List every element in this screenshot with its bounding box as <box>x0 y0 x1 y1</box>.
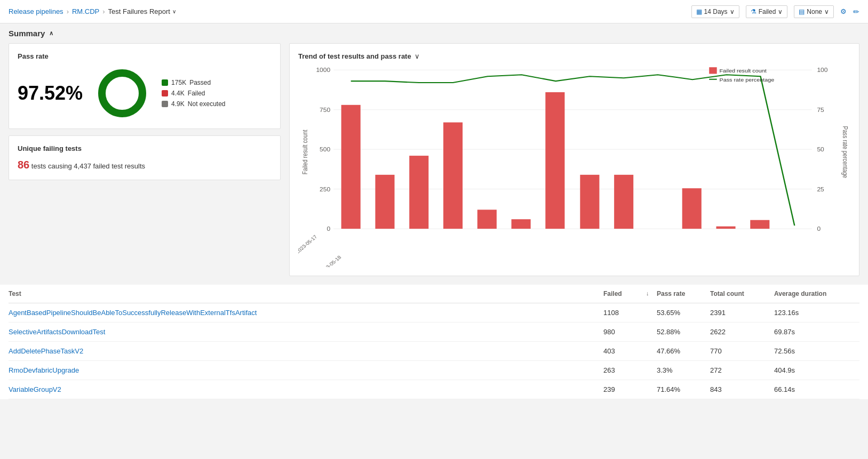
legend-failed-value: 4.4K <box>171 90 185 97</box>
chart-legend-bar-icon <box>709 67 716 74</box>
test-name-1[interactable]: AgentBasedPipelineShouldBeAbleToSuccessf… <box>9 309 603 317</box>
total-5: 843 <box>710 385 774 393</box>
bar-0 <box>341 105 361 229</box>
col-header-avg-duration: Average duration <box>774 290 859 297</box>
col-header-test: Test <box>9 290 603 297</box>
status-chevron-icon: ∨ <box>778 8 783 15</box>
svg-point-3 <box>106 77 138 109</box>
main-filter-icon[interactable]: ⚙ <box>840 7 847 15</box>
svg-text:1000: 1000 <box>316 67 330 73</box>
chart-area: 1000 750 500 250 0 Failed result count 1… <box>298 65 850 267</box>
svg-text:Pass rate percentage: Pass rate percentage <box>841 126 848 178</box>
svg-text:0: 0 <box>817 226 821 232</box>
legend-dot-passed <box>162 79 168 86</box>
chart-legend-line-label: Pass rate percentage <box>719 77 774 83</box>
bar-6 <box>545 92 564 229</box>
table-row: AddDeletePhaseTaskV2 403 47.66% 770 72.5… <box>9 342 859 361</box>
svg-text:250: 250 <box>320 187 330 192</box>
group-filter-button[interactable]: ▤ None ∨ <box>794 5 834 18</box>
pass-rate-2: 52.88% <box>657 328 710 336</box>
breadcrumb-rm-cdp[interactable]: RM.CDP <box>72 7 99 15</box>
breadcrumb: Release pipelines › RM.CDP › Test Failur… <box>9 7 176 15</box>
filter-beaker-icon: ⚗ <box>751 8 756 15</box>
trend-dropdown-icon[interactable]: ∨ <box>415 52 420 60</box>
table-section: Test Failed ↓ Pass rate Total count Aver… <box>0 285 868 399</box>
legend-passed-value: 175K <box>171 79 186 86</box>
test-name-4[interactable]: RmoDevfabricUpgrade <box>9 366 603 374</box>
test-name-2[interactable]: SelectiveArtifactsDownloadTest <box>9 328 603 336</box>
failed-3: 403 <box>603 347 646 355</box>
trend-title: Trend of test results and pass rate <box>298 52 411 60</box>
breadcrumb-sep-2: › <box>102 7 105 15</box>
legend-passed-label: Passed <box>189 79 211 86</box>
bar-5 <box>512 219 531 229</box>
table-row: AgentBasedPipelineShouldBeAbleToSuccessf… <box>9 303 859 323</box>
svg-text:100: 100 <box>817 67 827 73</box>
group-icon: ▤ <box>799 8 805 15</box>
total-4: 272 <box>710 366 774 374</box>
summary-label: Summary <box>9 29 45 38</box>
svg-text:500: 500 <box>320 147 330 152</box>
pass-rate-1: 53.65% <box>657 309 710 317</box>
breadcrumb-sep-1: › <box>67 7 69 15</box>
pass-rate-3: 47.66% <box>657 347 710 355</box>
pass-rate-title: Pass rate <box>18 52 272 60</box>
group-filter-label: None <box>807 8 822 15</box>
total-3: 770 <box>710 347 774 355</box>
svg-text:75: 75 <box>817 107 824 113</box>
days-filter-button[interactable]: ▦ 14 Days ∨ <box>691 5 739 18</box>
failing-count: 86 <box>18 159 29 171</box>
avg-dur-2: 69.87s <box>774 328 859 336</box>
table-row: RmoDevfabricUpgrade 263 3.3% 272 404.9s <box>9 361 859 380</box>
bar-1 <box>375 175 394 229</box>
avg-dur-3: 72.56s <box>774 347 859 355</box>
trend-card: Trend of test results and pass rate ∨ 10… <box>289 43 859 276</box>
legend-not-executed-value: 4.9K <box>171 100 185 108</box>
failing-description: tests causing 4,437 failed test results <box>29 162 145 170</box>
svg-text:2023-05-17: 2023-05-17 <box>298 234 318 255</box>
summary-collapse-icon: ∧ <box>49 30 53 37</box>
breadcrumb-current[interactable]: Test Failures Report ∨ <box>108 7 176 15</box>
bar-7 <box>580 175 599 229</box>
avg-dur-4: 404.9s <box>774 366 859 374</box>
pass-rate-legend: 175K Passed 4.4K Failed 4.9K Not execute… <box>162 79 225 108</box>
legend-not-executed-label: Not executed <box>188 100 226 108</box>
failed-1: 1108 <box>603 309 646 317</box>
legend-passed: 175K Passed <box>162 79 225 86</box>
legend-failed-label: Failed <box>188 90 205 97</box>
svg-text:50: 50 <box>817 147 824 152</box>
bar-4 <box>477 210 497 229</box>
edit-icon[interactable]: ✏ <box>853 7 859 16</box>
trend-chart-svg: 1000 750 500 250 0 Failed result count 1… <box>298 65 850 267</box>
svg-text:0: 0 <box>327 226 330 232</box>
table-row: VariableGroupV2 239 71.64% 843 66.14s <box>9 380 859 399</box>
bar-2 <box>409 156 428 229</box>
col-header-failed[interactable]: Failed <box>603 290 646 297</box>
col-header-pass-rate: Pass rate <box>657 290 710 297</box>
unique-failing-content: 86 tests causing 4,437 failed test resul… <box>18 159 272 171</box>
sort-icon: ↓ <box>646 290 657 297</box>
test-name-5[interactable]: VariableGroupV2 <box>9 385 603 393</box>
table-header-row: Test Failed ↓ Pass rate Total count Aver… <box>9 285 859 303</box>
avg-dur-5: 66.14s <box>774 385 859 393</box>
svg-text:Failed result count: Failed result count <box>301 130 308 175</box>
summary-header[interactable]: Summary ∧ <box>0 23 868 43</box>
status-filter-label: Failed <box>759 8 776 15</box>
failed-5: 239 <box>603 385 646 393</box>
legend-not-executed: 4.9K Not executed <box>162 100 225 108</box>
breadcrumb-release-pipelines[interactable]: Release pipelines <box>9 7 63 15</box>
calendar-icon: ▦ <box>696 8 702 15</box>
bar-10 <box>682 188 702 229</box>
bar-11 <box>716 227 735 229</box>
days-filter-label: 14 Days <box>704 8 728 15</box>
pass-rate-card: Pass rate 97.52% <box>9 43 281 129</box>
pass-rate-value: 97.52% <box>18 82 83 104</box>
table-row: SelectiveArtifactsDownloadTest 980 52.88… <box>9 323 859 342</box>
status-filter-button[interactable]: ⚗ Failed ∨ <box>746 5 788 18</box>
total-1: 2391 <box>710 309 774 317</box>
donut-svg <box>95 67 149 120</box>
legend-failed: 4.4K Failed <box>162 90 225 97</box>
test-name-3[interactable]: AddDeletePhaseTaskV2 <box>9 347 603 355</box>
svg-text:25: 25 <box>817 187 824 192</box>
pass-rate-donut <box>95 67 149 120</box>
